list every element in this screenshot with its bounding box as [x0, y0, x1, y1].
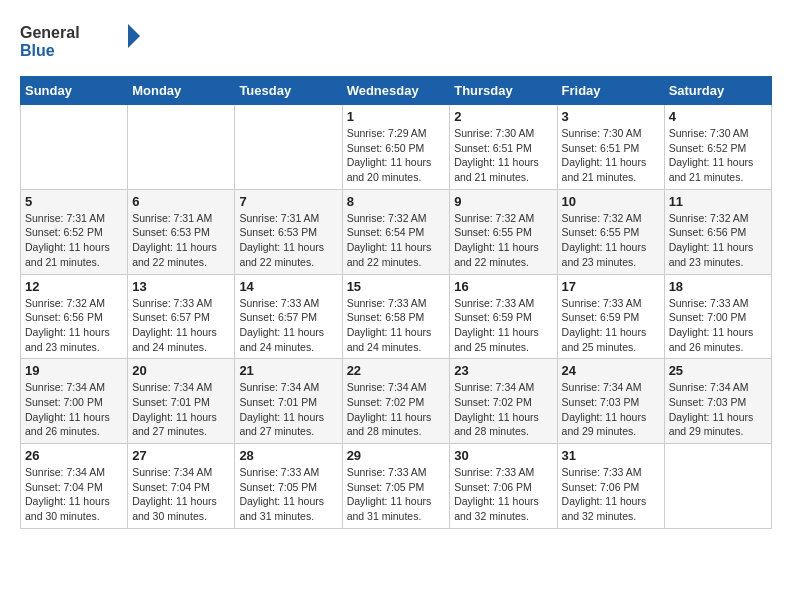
header-row: SundayMondayTuesdayWednesdayThursdayFrid… — [21, 77, 772, 105]
day-number: 10 — [562, 194, 660, 209]
svg-text:Blue: Blue — [20, 42, 55, 59]
calendar-cell: 25Sunrise: 7:34 AM Sunset: 7:03 PM Dayli… — [664, 359, 771, 444]
day-number: 13 — [132, 279, 230, 294]
day-number: 6 — [132, 194, 230, 209]
weekday-header: Thursday — [450, 77, 557, 105]
calendar-cell: 3Sunrise: 7:30 AM Sunset: 6:51 PM Daylig… — [557, 105, 664, 190]
day-detail: Sunrise: 7:30 AM Sunset: 6:51 PM Dayligh… — [562, 126, 660, 185]
day-detail: Sunrise: 7:34 AM Sunset: 7:04 PM Dayligh… — [25, 465, 123, 524]
calendar-cell: 10Sunrise: 7:32 AM Sunset: 6:55 PM Dayli… — [557, 189, 664, 274]
day-detail: Sunrise: 7:30 AM Sunset: 6:52 PM Dayligh… — [669, 126, 767, 185]
calendar-cell — [128, 105, 235, 190]
weekday-header: Tuesday — [235, 77, 342, 105]
day-number: 26 — [25, 448, 123, 463]
day-detail: Sunrise: 7:33 AM Sunset: 7:00 PM Dayligh… — [669, 296, 767, 355]
day-number: 8 — [347, 194, 446, 209]
day-number: 9 — [454, 194, 552, 209]
calendar-cell: 26Sunrise: 7:34 AM Sunset: 7:04 PM Dayli… — [21, 444, 128, 529]
svg-text:General: General — [20, 24, 80, 41]
calendar-cell: 12Sunrise: 7:32 AM Sunset: 6:56 PM Dayli… — [21, 274, 128, 359]
day-detail: Sunrise: 7:31 AM Sunset: 6:53 PM Dayligh… — [239, 211, 337, 270]
day-number: 16 — [454, 279, 552, 294]
weekday-header: Monday — [128, 77, 235, 105]
weekday-header: Saturday — [664, 77, 771, 105]
calendar-week-row: 26Sunrise: 7:34 AM Sunset: 7:04 PM Dayli… — [21, 444, 772, 529]
calendar-cell: 6Sunrise: 7:31 AM Sunset: 6:53 PM Daylig… — [128, 189, 235, 274]
day-detail: Sunrise: 7:32 AM Sunset: 6:56 PM Dayligh… — [25, 296, 123, 355]
calendar-cell — [664, 444, 771, 529]
calendar-cell: 24Sunrise: 7:34 AM Sunset: 7:03 PM Dayli… — [557, 359, 664, 444]
calendar-week-row: 1Sunrise: 7:29 AM Sunset: 6:50 PM Daylig… — [21, 105, 772, 190]
day-detail: Sunrise: 7:29 AM Sunset: 6:50 PM Dayligh… — [347, 126, 446, 185]
day-number: 27 — [132, 448, 230, 463]
calendar-cell: 8Sunrise: 7:32 AM Sunset: 6:54 PM Daylig… — [342, 189, 450, 274]
day-detail: Sunrise: 7:33 AM Sunset: 7:05 PM Dayligh… — [347, 465, 446, 524]
calendar-cell: 30Sunrise: 7:33 AM Sunset: 7:06 PM Dayli… — [450, 444, 557, 529]
day-number: 29 — [347, 448, 446, 463]
calendar-week-row: 5Sunrise: 7:31 AM Sunset: 6:52 PM Daylig… — [21, 189, 772, 274]
calendar-cell: 15Sunrise: 7:33 AM Sunset: 6:58 PM Dayli… — [342, 274, 450, 359]
calendar-cell: 17Sunrise: 7:33 AM Sunset: 6:59 PM Dayli… — [557, 274, 664, 359]
day-number: 4 — [669, 109, 767, 124]
day-detail: Sunrise: 7:34 AM Sunset: 7:01 PM Dayligh… — [132, 380, 230, 439]
weekday-header: Sunday — [21, 77, 128, 105]
day-number: 25 — [669, 363, 767, 378]
day-detail: Sunrise: 7:34 AM Sunset: 7:01 PM Dayligh… — [239, 380, 337, 439]
weekday-header: Friday — [557, 77, 664, 105]
day-detail: Sunrise: 7:33 AM Sunset: 6:59 PM Dayligh… — [454, 296, 552, 355]
calendar-cell — [21, 105, 128, 190]
logo-icon: General Blue — [20, 20, 140, 60]
day-number: 20 — [132, 363, 230, 378]
day-number: 11 — [669, 194, 767, 209]
calendar-cell: 11Sunrise: 7:32 AM Sunset: 6:56 PM Dayli… — [664, 189, 771, 274]
day-number: 1 — [347, 109, 446, 124]
calendar-cell: 28Sunrise: 7:33 AM Sunset: 7:05 PM Dayli… — [235, 444, 342, 529]
day-number: 18 — [669, 279, 767, 294]
day-detail: Sunrise: 7:31 AM Sunset: 6:52 PM Dayligh… — [25, 211, 123, 270]
day-number: 2 — [454, 109, 552, 124]
day-number: 3 — [562, 109, 660, 124]
day-detail: Sunrise: 7:34 AM Sunset: 7:02 PM Dayligh… — [454, 380, 552, 439]
day-detail: Sunrise: 7:33 AM Sunset: 6:58 PM Dayligh… — [347, 296, 446, 355]
day-number: 24 — [562, 363, 660, 378]
day-detail: Sunrise: 7:33 AM Sunset: 6:57 PM Dayligh… — [132, 296, 230, 355]
calendar-cell: 5Sunrise: 7:31 AM Sunset: 6:52 PM Daylig… — [21, 189, 128, 274]
svg-marker-2 — [128, 24, 140, 48]
day-detail: Sunrise: 7:33 AM Sunset: 6:59 PM Dayligh… — [562, 296, 660, 355]
calendar-cell: 18Sunrise: 7:33 AM Sunset: 7:00 PM Dayli… — [664, 274, 771, 359]
calendar-cell: 14Sunrise: 7:33 AM Sunset: 6:57 PM Dayli… — [235, 274, 342, 359]
calendar-cell: 27Sunrise: 7:34 AM Sunset: 7:04 PM Dayli… — [128, 444, 235, 529]
day-detail: Sunrise: 7:32 AM Sunset: 6:55 PM Dayligh… — [562, 211, 660, 270]
calendar-cell: 1Sunrise: 7:29 AM Sunset: 6:50 PM Daylig… — [342, 105, 450, 190]
logo: General Blue — [20, 20, 140, 60]
day-detail: Sunrise: 7:32 AM Sunset: 6:55 PM Dayligh… — [454, 211, 552, 270]
calendar-cell: 2Sunrise: 7:30 AM Sunset: 6:51 PM Daylig… — [450, 105, 557, 190]
calendar-cell: 21Sunrise: 7:34 AM Sunset: 7:01 PM Dayli… — [235, 359, 342, 444]
day-number: 21 — [239, 363, 337, 378]
day-detail: Sunrise: 7:33 AM Sunset: 6:57 PM Dayligh… — [239, 296, 337, 355]
day-detail: Sunrise: 7:34 AM Sunset: 7:03 PM Dayligh… — [562, 380, 660, 439]
calendar-cell: 22Sunrise: 7:34 AM Sunset: 7:02 PM Dayli… — [342, 359, 450, 444]
calendar-cell: 9Sunrise: 7:32 AM Sunset: 6:55 PM Daylig… — [450, 189, 557, 274]
calendar-week-row: 12Sunrise: 7:32 AM Sunset: 6:56 PM Dayli… — [21, 274, 772, 359]
calendar-cell: 29Sunrise: 7:33 AM Sunset: 7:05 PM Dayli… — [342, 444, 450, 529]
day-number: 30 — [454, 448, 552, 463]
day-number: 5 — [25, 194, 123, 209]
day-number: 28 — [239, 448, 337, 463]
calendar-cell: 23Sunrise: 7:34 AM Sunset: 7:02 PM Dayli… — [450, 359, 557, 444]
day-detail: Sunrise: 7:32 AM Sunset: 6:56 PM Dayligh… — [669, 211, 767, 270]
day-number: 22 — [347, 363, 446, 378]
day-number: 7 — [239, 194, 337, 209]
day-number: 23 — [454, 363, 552, 378]
day-number: 14 — [239, 279, 337, 294]
calendar-week-row: 19Sunrise: 7:34 AM Sunset: 7:00 PM Dayli… — [21, 359, 772, 444]
calendar-body: 1Sunrise: 7:29 AM Sunset: 6:50 PM Daylig… — [21, 105, 772, 529]
calendar-cell: 13Sunrise: 7:33 AM Sunset: 6:57 PM Dayli… — [128, 274, 235, 359]
day-detail: Sunrise: 7:30 AM Sunset: 6:51 PM Dayligh… — [454, 126, 552, 185]
day-number: 15 — [347, 279, 446, 294]
day-detail: Sunrise: 7:33 AM Sunset: 7:06 PM Dayligh… — [562, 465, 660, 524]
day-detail: Sunrise: 7:33 AM Sunset: 7:05 PM Dayligh… — [239, 465, 337, 524]
day-number: 12 — [25, 279, 123, 294]
day-detail: Sunrise: 7:33 AM Sunset: 7:06 PM Dayligh… — [454, 465, 552, 524]
calendar-cell — [235, 105, 342, 190]
